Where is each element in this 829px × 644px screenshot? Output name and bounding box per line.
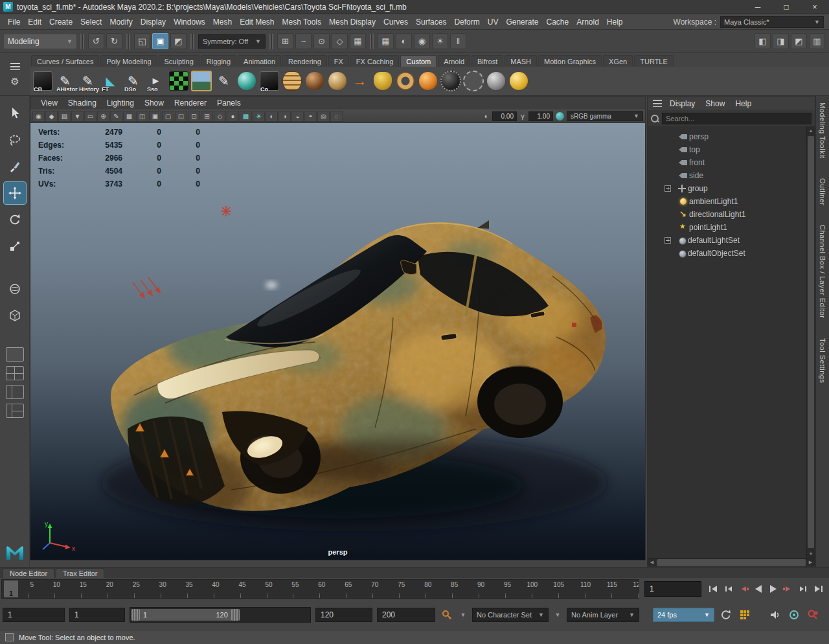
current-frame-field[interactable]: 1 (644, 581, 701, 597)
menu-item[interactable]: Curves (380, 14, 412, 29)
menu-item[interactable]: Generate (502, 14, 542, 29)
sidebar-tab[interactable]: Modeling Toolkit (819, 102, 826, 159)
selection-mask-icon[interactable]: ◱ (134, 33, 150, 49)
toolbar-grip[interactable] (126, 34, 130, 49)
layout-four-pane-button[interactable] (6, 366, 24, 380)
auto-keyframe-icon[interactable] (806, 608, 820, 622)
shelf-button[interactable] (304, 69, 325, 93)
chevron-down-icon[interactable]: ▼ (459, 612, 468, 618)
layout-split-pane-button[interactable] (6, 385, 24, 399)
shelf-button[interactable] (326, 69, 348, 93)
character-set-key-icon[interactable] (440, 608, 454, 622)
shelf-tab[interactable]: Poly Modeling (100, 55, 157, 67)
outliner-horizontal-scrollbar[interactable]: ◀ ▶ (648, 558, 815, 566)
snap-icon[interactable]: ~ (295, 33, 312, 49)
viewport-toolbar-icon[interactable]: ⊞ (201, 111, 213, 122)
menu-item[interactable]: Display (137, 14, 170, 29)
sidebar-tab[interactable]: Channel Box / Layer Editor (819, 225, 826, 318)
gamma-icon[interactable]: γ (517, 112, 528, 120)
shelf-menu-icon[interactable] (10, 63, 20, 70)
shelf-tab[interactable]: Motion Graphics (538, 55, 602, 67)
scale-tool-button[interactable] (4, 235, 26, 257)
viewport-toolbar-icon[interactable]: ◓ (304, 111, 317, 122)
timeline-track[interactable]: 5 10 15 20 25 30 (1, 579, 639, 599)
shelf-tab[interactable]: Custom (400, 55, 437, 67)
playback-range-bar[interactable]: 1 120 (131, 609, 240, 621)
outliner-search-input[interactable] (662, 113, 812, 124)
menu-item[interactable]: Mesh Display (325, 14, 380, 29)
loop-playback-icon[interactable] (719, 608, 733, 622)
gamma-field[interactable]: 1.00 (528, 111, 553, 121)
shelf-tab[interactable]: TURTLE (634, 55, 674, 67)
shelf-button[interactable] (236, 69, 257, 93)
outliner-item[interactable]: front (648, 156, 806, 169)
shelf-tab[interactable]: MASH (505, 55, 537, 67)
lasso-tool-button[interactable] (4, 129, 26, 151)
menu-item[interactable]: Help (603, 14, 627, 29)
expand-toggle-icon[interactable] (664, 185, 671, 192)
outliner-item[interactable]: side (648, 169, 806, 182)
toolbar-grip[interactable] (80, 34, 84, 49)
menu-item[interactable]: Windows (170, 14, 209, 29)
viewport-toolbar-icon[interactable]: ◌ (330, 111, 343, 122)
menu-item[interactable]: UV (484, 14, 503, 29)
editor-tab[interactable]: Node Editor (3, 568, 54, 578)
snap-icon[interactable]: ◇ (332, 33, 348, 49)
outliner-item[interactable]: top (648, 143, 806, 156)
shelf-button[interactable] (168, 69, 189, 93)
viewport-menu-item[interactable]: Panels (212, 98, 246, 108)
shelf-button[interactable]: CB (32, 69, 53, 93)
outliner-menu-item[interactable]: Help (730, 99, 756, 108)
outliner-item[interactable]: defaultLightSet (648, 234, 806, 247)
menu-item[interactable]: Cache (542, 14, 573, 29)
shelf-tab[interactable]: XGen (603, 55, 633, 67)
close-button[interactable]: × (801, 0, 829, 14)
shelf-tab[interactable]: Rigging (201, 55, 236, 67)
render-icon[interactable]: ◉ (414, 33, 430, 49)
viewport-3d-canvas[interactable]: Verts: 2479 0 0 Edges: 5435 0 0 Faces: (30, 123, 645, 560)
shelf-button[interactable] (462, 69, 484, 93)
range-start-handle[interactable] (131, 609, 140, 621)
selection-mask-icon[interactable]: ▣ (152, 33, 168, 49)
snap-icon[interactable]: ⊙ (313, 33, 330, 49)
viewport-toolbar-icon[interactable]: ▦ (123, 111, 135, 122)
viewport-toolbar-icon[interactable]: ● (227, 111, 239, 122)
scroll-down-icon[interactable]: ▼ (807, 549, 815, 558)
viewport-toolbar-icon[interactable]: ◐ (266, 111, 278, 122)
shelf-button[interactable] (485, 69, 506, 93)
shelf-button[interactable] (372, 69, 393, 93)
outliner-item[interactable]: defaultObjectSet (648, 247, 806, 260)
viewport-menu-item[interactable]: Lighting (102, 98, 139, 108)
menu-item[interactable]: Modify (106, 14, 136, 29)
shelf-tab[interactable]: Rendering (282, 55, 327, 67)
shelf-tab[interactable]: Animation (238, 55, 281, 67)
viewport-menu-item[interactable]: Renderer (169, 98, 212, 108)
go-to-start-button[interactable] (707, 582, 721, 596)
custom-tool-slot-button[interactable] (4, 305, 26, 327)
playback-end-field[interactable]: 120 (315, 608, 372, 622)
viewport-menu-item[interactable]: Show (139, 98, 169, 108)
expand-toggle-icon[interactable] (664, 237, 671, 244)
shelf-tab[interactable]: Sculpting (159, 55, 199, 67)
shelf-button[interactable]: Co (258, 69, 280, 93)
chevron-down-icon[interactable]: ▼ (553, 612, 562, 618)
viewport-toolbar-icon[interactable]: ◎ (317, 111, 330, 122)
menu-item[interactable]: Deform (450, 14, 483, 29)
sidebar-toggle-icon[interactable]: ◨ (773, 33, 789, 49)
exposure-icon[interactable]: ◐ (481, 112, 492, 120)
play-backwards-button[interactable] (751, 582, 766, 596)
menu-item[interactable]: Edit (24, 14, 45, 29)
anim-layer-selector[interactable]: No Anim Layer ▼ (567, 608, 639, 622)
menu-item[interactable]: Select (76, 14, 106, 29)
sidebar-tab[interactable]: Tool Settings (819, 338, 826, 383)
step-forward-frame-button[interactable] (796, 582, 810, 596)
menu-item[interactable]: File (4, 14, 24, 29)
playback-start-field[interactable]: 1 (69, 608, 125, 622)
shelf-tab[interactable]: FX Caching (350, 55, 399, 67)
shelf-button[interactable] (349, 69, 370, 93)
rotate-tool-button[interactable] (4, 209, 26, 231)
outliner-item[interactable]: group (648, 182, 806, 195)
menu-item[interactable]: Edit Mesh (236, 14, 278, 29)
menu-item[interactable]: Arnold (573, 14, 603, 29)
viewport-toolbar-icon[interactable]: ▤ (58, 111, 71, 122)
